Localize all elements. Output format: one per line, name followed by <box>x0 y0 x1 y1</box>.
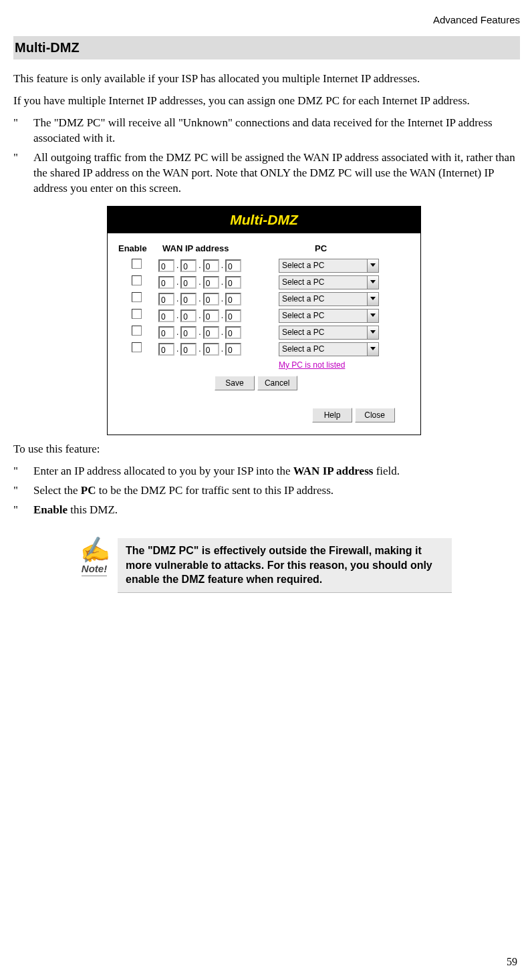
ip-separator: . <box>176 293 178 304</box>
bullet-marker: " <box>13 116 33 146</box>
ip-separator: . <box>221 293 223 304</box>
ip-octet-input[interactable]: 0 <box>203 259 219 272</box>
svg-marker-0 <box>370 263 376 267</box>
chevron-down-icon <box>367 259 378 272</box>
ip-separator: . <box>176 344 178 354</box>
ip-octet-input[interactable]: 0 <box>203 310 219 322</box>
ip-octet-input[interactable]: 0 <box>180 326 196 339</box>
ip-octet-input[interactable]: 0 <box>180 310 196 322</box>
note-icon: ✍ <box>78 536 111 564</box>
ip-separator: . <box>176 277 178 287</box>
table-row: 0.0.0.0Select a PC <box>114 326 414 340</box>
pc-select[interactable]: Select a PC <box>279 259 379 273</box>
list-item: Enter an IP address allocated to you by … <box>33 464 520 479</box>
ip-octet-input[interactable]: 0 <box>158 310 174 322</box>
pc-select[interactable]: Select a PC <box>279 275 379 289</box>
svg-marker-4 <box>370 330 376 334</box>
ip-octet-input[interactable]: 0 <box>158 259 174 272</box>
close-button[interactable]: Close <box>355 408 395 422</box>
col-pc: PC <box>283 243 414 255</box>
ip-separator: . <box>198 310 201 321</box>
intro-paragraph-1: This feature is only available if your I… <box>13 72 520 87</box>
bullet-marker: " <box>13 150 33 197</box>
table-row: 0.0.0.0Select a PC <box>114 309 414 323</box>
ip-octet-input[interactable]: 0 <box>203 326 219 339</box>
bullet-marker: " <box>13 464 33 479</box>
svg-marker-5 <box>370 347 376 350</box>
ip-octet-input[interactable]: 0 <box>158 293 174 305</box>
pc-select[interactable]: Select a PC <box>279 292 379 306</box>
svg-marker-2 <box>370 297 376 300</box>
ip-separator: . <box>198 260 201 271</box>
col-enable: Enable <box>114 243 162 255</box>
feature-list-1: " The "DMZ PC" will receive all "Unknown… <box>13 116 520 197</box>
page-title: Multi-DMZ <box>13 36 520 59</box>
save-button[interactable]: Save <box>215 376 255 390</box>
pc-select-value: Select a PC <box>282 277 324 287</box>
ip-octet-input[interactable]: 0 <box>180 343 196 356</box>
chevron-down-icon <box>367 310 378 322</box>
chevron-down-icon <box>367 343 378 356</box>
enable-checkbox[interactable] <box>132 342 142 352</box>
chevron-down-icon <box>367 276 378 289</box>
pc-select[interactable]: Select a PC <box>279 326 379 340</box>
ip-separator: . <box>198 327 201 338</box>
ip-separator: . <box>221 327 223 338</box>
pc-select[interactable]: Select a PC <box>279 342 379 356</box>
ip-octet-input[interactable]: 0 <box>158 326 174 339</box>
list-item: Enable this DMZ. <box>33 503 520 518</box>
ip-separator: . <box>176 260 178 271</box>
chevron-down-icon <box>367 293 378 305</box>
ip-octet-input[interactable]: 0 <box>225 259 241 272</box>
table-row: 0.0.0.0Select a PC <box>114 292 414 306</box>
ip-octet-input[interactable]: 0 <box>203 343 219 356</box>
enable-checkbox[interactable] <box>132 259 142 269</box>
ip-separator: . <box>221 344 223 354</box>
help-button[interactable]: Help <box>312 408 352 422</box>
usage-intro: To use this feature: <box>13 442 520 457</box>
ip-octet-input[interactable]: 0 <box>225 343 241 356</box>
cancel-button[interactable]: Cancel <box>257 376 297 390</box>
ip-octet-input[interactable]: 0 <box>203 293 219 305</box>
list-item: All outgoing traffic from the DMZ PC wil… <box>33 150 520 197</box>
ip-octet-input[interactable]: 0 <box>180 293 196 305</box>
ip-octet-input[interactable]: 0 <box>225 310 241 322</box>
intro-paragraph-2: If you have multiple Internet IP address… <box>13 94 520 109</box>
ip-octet-input[interactable]: 0 <box>180 259 196 272</box>
ip-octet-input[interactable]: 0 <box>158 343 174 356</box>
pc-select-value: Select a PC <box>282 310 324 321</box>
enable-checkbox[interactable] <box>132 326 142 336</box>
ip-octet-input[interactable]: 0 <box>180 276 196 289</box>
table-row: 0.0.0.0Select a PC <box>114 342 414 356</box>
pc-select-value: Select a PC <box>282 293 324 304</box>
ip-octet-input[interactable]: 0 <box>225 276 241 289</box>
ip-separator: . <box>198 293 201 304</box>
svg-marker-3 <box>370 314 376 317</box>
table-row: 0.0.0.0Select a PC <box>114 275 414 289</box>
note-callout: ✍ Note! The "DMZ PC" is effectively outs… <box>71 538 452 593</box>
ip-separator: . <box>176 310 178 321</box>
pc-select-value: Select a PC <box>282 260 324 271</box>
header-section-label: Advanced Features <box>13 13 520 27</box>
dialog-title: Multi-DMZ <box>108 207 420 233</box>
enable-checkbox[interactable] <box>132 292 142 302</box>
my-pc-not-listed-link[interactable]: My PC is not listed <box>279 360 345 370</box>
enable-checkbox[interactable] <box>132 275 142 285</box>
ip-octet-input[interactable]: 0 <box>225 326 241 339</box>
ip-separator: . <box>221 310 223 321</box>
multi-dmz-dialog: Multi-DMZ Enable WAN IP address PC 0.0.0… <box>107 206 421 435</box>
feature-list-2: " Enter an IP address allocated to you b… <box>13 464 520 518</box>
pc-select[interactable]: Select a PC <box>279 309 379 323</box>
chevron-down-icon <box>367 326 378 339</box>
ip-separator: . <box>221 260 223 271</box>
pc-select-value: Select a PC <box>282 327 324 338</box>
ip-octet-input[interactable]: 0 <box>225 293 241 305</box>
ip-octet-input[interactable]: 0 <box>158 276 174 289</box>
ip-separator: . <box>176 327 178 338</box>
pc-select-value: Select a PC <box>282 344 324 354</box>
ip-octet-input[interactable]: 0 <box>203 276 219 289</box>
enable-checkbox[interactable] <box>132 309 142 319</box>
bullet-marker: " <box>13 483 33 499</box>
table-header: Enable WAN IP address PC <box>114 243 414 255</box>
note-text: The "DMZ PC" is effectively outside the … <box>118 538 452 593</box>
